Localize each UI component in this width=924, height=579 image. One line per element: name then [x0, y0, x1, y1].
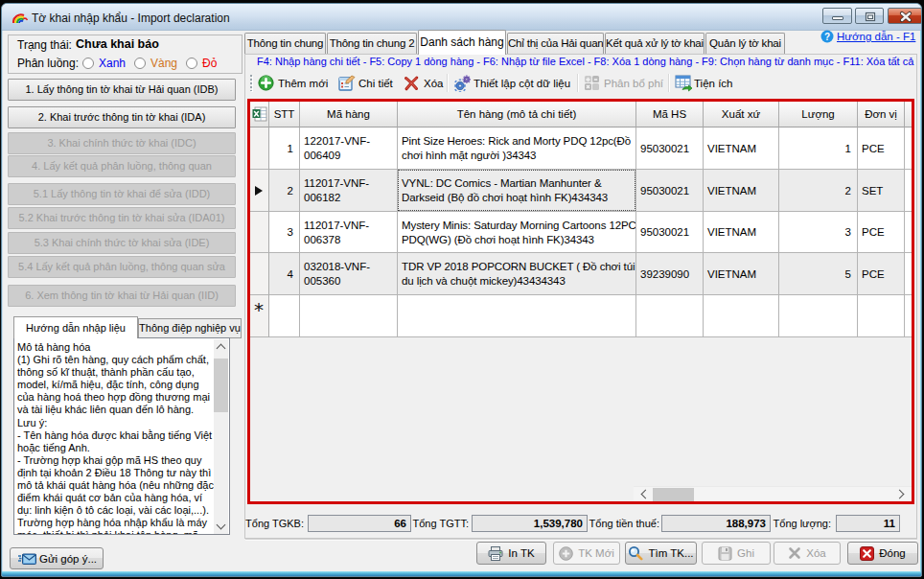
cell-ma-hang[interactable]: 112017-VNF- 006378	[300, 212, 398, 253]
radio-do[interactable]	[186, 58, 197, 69]
row-header[interactable]	[250, 212, 269, 253]
radio-vang[interactable]	[134, 58, 146, 69]
radio-xanh-label: Xanh	[99, 57, 126, 70]
cell-xuat-xu[interactable]: VIETNAM	[704, 253, 779, 295]
toolbar-grip[interactable]	[250, 75, 252, 91]
cell-ten-hang[interactable]: TDR VP 2018 POPCORN BUCKET ( Đồ chơi túi…	[398, 253, 636, 295]
detail-form-icon	[338, 75, 355, 91]
cell-stt[interactable]: 4	[269, 253, 300, 295]
help-link[interactable]: Hướng dẫn - F1	[837, 31, 915, 42]
cell-don-vi[interactable]: SET	[858, 170, 905, 212]
row-header[interactable]	[250, 253, 269, 295]
footer-separator	[245, 539, 917, 540]
row-header-selected[interactable]	[250, 170, 269, 212]
toolbar-separator	[447, 74, 448, 92]
cell-xuat-xu[interactable]: VIETNAM	[704, 170, 779, 212]
tab-ket-qua-xu-ly[interactable]: Kết quả xử lý tờ khai	[605, 33, 705, 54]
sidebar-button-ida[interactable]: 2. Khai trước thông tin tờ khai (IDA)	[8, 106, 236, 128]
scroll-left-icon[interactable]	[641, 490, 651, 499]
sidebar-button-idb[interactable]: 1. Lấy thông tin tờ khai từ Hải quan (ID…	[8, 79, 236, 101]
cell-luong[interactable]: 1	[779, 127, 858, 170]
cell-ma-hang[interactable]: 122017-VNF- 006409	[300, 127, 398, 170]
empty-cell[interactable]	[300, 295, 398, 337]
cell-don-vi[interactable]: PCE	[858, 212, 905, 253]
toolbar-xoa[interactable]: Xóa	[424, 78, 443, 89]
radio-xanh[interactable]	[82, 58, 94, 69]
scroll-thumb[interactable]	[214, 359, 228, 412]
toolbar-thiet-lap-cot[interactable]: Thiết lập cột dữ liệu	[474, 78, 570, 89]
empty-cell[interactable]	[636, 295, 704, 337]
close-red-icon	[860, 546, 874, 561]
tab-huong-dan-nhap-lieu[interactable]: Hướng dẫn nhập liệu	[13, 316, 138, 338]
save-button-label: Ghi	[737, 547, 754, 559]
help-text: Mô tả hàng hóa (1) Ghi rõ tên hàng, quy …	[17, 341, 214, 535]
cell-luong[interactable]: 2	[779, 170, 858, 212]
cell-xuat-xu[interactable]: VIETNAM	[704, 127, 779, 170]
col-header-stt[interactable]: STT	[269, 102, 300, 127]
col-header-ma-hang[interactable]: Mã hàng	[300, 102, 398, 127]
printer-icon	[488, 546, 503, 561]
cell-ten-hang[interactable]: Pint Size Heroes: Rick and Morty PDQ 12p…	[398, 127, 636, 170]
feedback-button[interactable]: Gửi góp ý...	[10, 547, 104, 569]
sidebar-button-ida01: 5.2 Khai trước thông tin tờ khai sửa (ID…	[8, 207, 236, 229]
empty-cell[interactable]	[858, 295, 905, 337]
toolbar-tien-ich[interactable]: Tiện ích	[694, 78, 732, 89]
window-bottom-border	[2, 571, 921, 576]
cell-luong[interactable]: 3	[779, 212, 858, 253]
status-label: Trạng thái:	[17, 38, 72, 52]
tab-danh-sach-hang[interactable]: Danh sách hàng	[418, 30, 506, 55]
help-scrollbar[interactable]	[214, 339, 228, 534]
cell-filler	[905, 253, 912, 295]
cell-stt[interactable]: 1	[269, 127, 300, 170]
feedback-button-label: Gửi góp ý...	[39, 553, 97, 565]
cell-don-vi[interactable]: PCE	[858, 253, 905, 295]
cell-xuat-xu[interactable]: VIETNAM	[704, 212, 779, 253]
tab-chi-thi-hai-quan[interactable]: Chỉ thị của Hải quan	[507, 33, 604, 54]
col-header-luong[interactable]: Lượng	[779, 102, 858, 127]
cell-ma-hs[interactable]: 95030021	[636, 170, 704, 212]
grid-corner-cell[interactable]	[250, 102, 269, 127]
col-header-don-vi[interactable]: Đơn vị	[858, 102, 905, 127]
total-tgkb-value: 66	[308, 515, 411, 532]
cell-don-vi[interactable]: PCE	[858, 127, 905, 170]
help-textarea[interactable]: Mô tả hàng hóa (1) Ghi rõ tên hàng, quy …	[13, 337, 230, 535]
hscroll-thumb[interactable]	[653, 488, 694, 501]
add-circle-icon	[258, 75, 274, 91]
cell-stt[interactable]: 3	[269, 212, 300, 253]
tab-thong-tin-chung[interactable]: Thông tin chung	[244, 33, 326, 54]
toolbar-chi-tiet[interactable]: Chi tiết	[358, 78, 393, 89]
toolbar-them-moi[interactable]: Thêm mới	[278, 78, 328, 89]
cell-ma-hs[interactable]: 95030021	[636, 127, 704, 170]
cell-ma-hs[interactable]: 39239090	[636, 253, 704, 295]
sidebar-button-idd: 5.1 Lấy thông tin tờ khai để sửa (IDD)	[8, 183, 236, 205]
grid-hscrollbar[interactable]	[634, 486, 912, 501]
col-header-ma-hs[interactable]: Mã HS	[636, 102, 704, 127]
cell-filler	[905, 212, 912, 253]
print-button[interactable]: In TK	[476, 542, 546, 565]
scroll-down-icon[interactable]	[217, 521, 226, 530]
tab-quan-ly-to-khai[interactable]: Quản lý tờ khai	[705, 33, 785, 54]
empty-cell[interactable]	[269, 295, 300, 337]
empty-cell[interactable]	[398, 295, 636, 337]
cell-ten-hang[interactable]: Mystery Minis: Saturday Morning Cartoons…	[398, 212, 636, 253]
cell-ma-hang[interactable]: 032018-VNF- 005360	[300, 253, 398, 295]
allocate-fee-icon	[584, 75, 600, 91]
cell-stt[interactable]: 2	[269, 170, 300, 212]
empty-cell[interactable]	[779, 295, 858, 337]
scroll-up-icon[interactable]	[217, 344, 226, 354]
cell-ma-hs[interactable]: 95030021	[636, 212, 704, 253]
close-form-button[interactable]: Đóng	[847, 542, 918, 565]
cell-ma-hang[interactable]: 112017-VNF- 006182	[300, 170, 398, 212]
scroll-right-icon[interactable]	[895, 490, 905, 499]
empty-cell[interactable]	[704, 295, 779, 337]
row-header[interactable]	[250, 127, 269, 170]
cell-ten-hang-focused[interactable]: VYNL: DC Comics - Martian Manhunter & Da…	[398, 170, 636, 212]
tab-thong-diep-nghiep-vu[interactable]: Thông điệp nghiệp vụ	[138, 318, 242, 338]
new-tk-button-label: TK Mới	[578, 547, 614, 559]
find-tk-button[interactable]: Tìm TK...	[625, 542, 697, 565]
tab-thong-tin-chung-2[interactable]: Thông tin chung 2	[327, 33, 417, 54]
new-row-header[interactable]: *	[250, 295, 269, 337]
col-header-ten-hang[interactable]: Tên hàng (mô tả chi tiết)	[398, 102, 636, 127]
cell-luong[interactable]: 5	[779, 253, 858, 295]
col-header-xuat-xu[interactable]: Xuất xứ	[704, 102, 779, 127]
